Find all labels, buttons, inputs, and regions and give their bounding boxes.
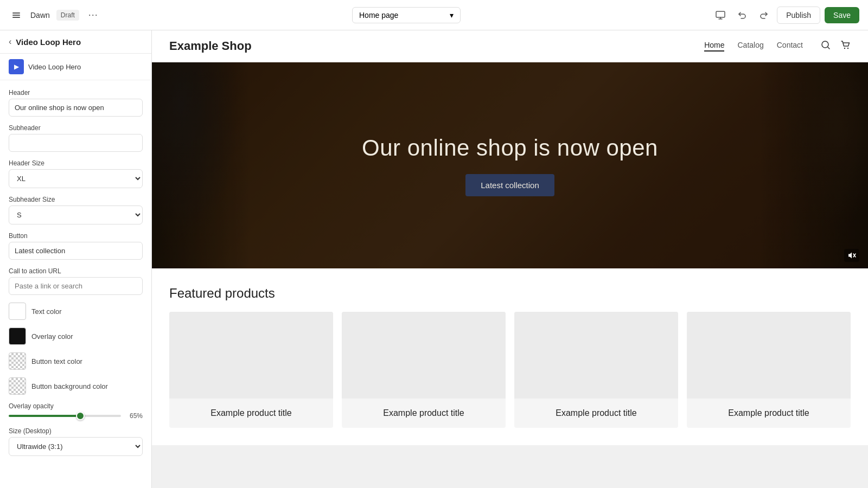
header-label: Header [9, 89, 143, 97]
subheader-size-label: Subheader Size [9, 196, 143, 203]
size-desktop-select[interactable]: Small (4:1)Medium (2:1)Ultrawide (3:1) [9, 437, 143, 456]
sidebar-fields: Header Subheader Header Size XSSMLXL Sub… [0, 80, 151, 465]
cart-icon[interactable] [840, 40, 851, 53]
subheader-field: Subheader [9, 124, 143, 152]
svg-point-5 [844, 47, 845, 48]
subheader-size-select[interactable]: XSSMLXL [9, 206, 143, 224]
nav-home[interactable]: Home [704, 41, 724, 52]
nav-icons [820, 40, 851, 53]
page-selector[interactable]: Home page ▾ [352, 7, 461, 23]
text-color-label: Text color [31, 307, 62, 316]
publish-button[interactable]: Publish [777, 7, 820, 24]
overlay-opacity-label: Overlay opacity [9, 402, 143, 410]
svg-rect-0 [12, 12, 20, 14]
hero-tree-left [152, 62, 250, 268]
section-item-video-loop[interactable]: ▶ Video Loop Hero [0, 54, 151, 80]
button-text-color-label: Button text color [31, 357, 82, 365]
header-size-select[interactable]: XSSMLXL [9, 169, 143, 188]
overlay-opacity-slider[interactable] [9, 415, 121, 417]
menu-icon[interactable] [9, 8, 24, 23]
button-text-color-row: Button text color [9, 352, 143, 370]
hero-content: Our online shop is now open Latest colle… [362, 135, 658, 196]
product-card[interactable]: Example product title [514, 312, 678, 428]
more-options-button[interactable]: ··· [86, 8, 101, 23]
subheader-input[interactable] [9, 134, 143, 152]
draft-badge: Draft [56, 10, 79, 21]
overlay-color-label: Overlay color [31, 332, 73, 341]
product-image [169, 312, 333, 399]
section-item-label: Video Loop Hero [28, 63, 81, 71]
product-card[interactable]: Example product title [687, 312, 851, 428]
product-image [342, 312, 506, 399]
header-input[interactable] [9, 99, 143, 117]
shop-nav: Example Shop Home Catalog Contact [152, 30, 868, 62]
topbar: Dawn Draft ··· Home page ▾ Publish Save [0, 0, 868, 30]
cta-label: Call to action URL [9, 267, 143, 275]
cta-input[interactable] [9, 277, 143, 295]
subheader-label: Subheader [9, 124, 143, 132]
overlay-color-swatch[interactable] [9, 328, 26, 345]
product-card[interactable]: Example product title [169, 312, 333, 428]
featured-section: Featured products Example product title … [152, 268, 868, 445]
hero-sound-button[interactable] [844, 249, 859, 262]
products-grid: Example product title Example product ti… [169, 312, 851, 428]
back-button[interactable]: ‹ [9, 37, 11, 47]
featured-title: Featured products [169, 286, 851, 301]
redo-button[interactable] [755, 7, 773, 24]
button-input[interactable] [9, 242, 143, 260]
nav-contact[interactable]: Contact [777, 41, 803, 52]
product-image [514, 312, 678, 399]
size-desktop-field: Size (Desktop) Small (4:1)Medium (2:1)Ul… [9, 427, 143, 456]
page-selector-label: Home page [359, 11, 398, 20]
sidebar: ‹ Video Loop Hero ▶ Video Loop Hero Head… [0, 30, 152, 488]
text-color-swatch[interactable] [9, 303, 26, 320]
product-title: Example product title [523, 407, 669, 419]
product-info: Example product title [514, 399, 678, 428]
sidebar-header: ‹ Video Loop Hero [0, 30, 151, 54]
product-card[interactable]: Example product title [342, 312, 506, 428]
topbar-left: Dawn Draft ··· [9, 8, 101, 23]
button-field: Button [9, 232, 143, 260]
desktop-view-button[interactable] [712, 7, 729, 24]
product-info: Example product title [342, 399, 506, 428]
size-desktop-label: Size (Desktop) [9, 427, 143, 435]
save-button[interactable]: Save [825, 7, 859, 23]
main-content: ‹ Video Loop Hero ▶ Video Loop Hero Head… [0, 30, 868, 488]
topbar-right: Publish Save [712, 7, 859, 24]
button-label: Button [9, 232, 143, 240]
product-info: Example product title [687, 399, 851, 428]
text-color-row: Text color [9, 303, 143, 320]
svg-rect-1 [12, 15, 20, 16]
product-image [687, 312, 851, 399]
product-title: Example product title [178, 407, 324, 419]
button-text-color-swatch[interactable] [9, 352, 26, 370]
svg-rect-3 [716, 11, 725, 17]
overlay-color-row: Overlay color [9, 328, 143, 345]
hero-section: Our online shop is now open Latest colle… [152, 62, 868, 268]
svg-point-4 [822, 41, 828, 48]
hero-cta-button[interactable]: Latest collection [465, 174, 554, 196]
button-bg-color-swatch[interactable] [9, 377, 26, 395]
cta-url-field: Call to action URL [9, 267, 143, 295]
undo-button[interactable] [733, 7, 751, 24]
product-info: Example product title [169, 399, 333, 428]
product-title: Example product title [695, 407, 842, 419]
header-size-label: Header Size [9, 159, 143, 167]
product-title: Example product title [350, 407, 497, 419]
hero-tree-right [760, 62, 868, 268]
svg-point-6 [847, 47, 848, 48]
hero-title: Our online shop is now open [362, 135, 658, 161]
header-size-field: Header Size XSSMLXL [9, 159, 143, 188]
subheader-size-field: Subheader Size XSSMLXL [9, 196, 143, 224]
svg-rect-2 [12, 17, 20, 18]
shop-name: Dawn [30, 11, 50, 20]
topbar-center: Home page ▾ [107, 7, 705, 23]
video-loop-icon: ▶ [9, 59, 24, 74]
button-bg-color-row: Button background color [9, 377, 143, 395]
search-icon[interactable] [820, 40, 831, 53]
overlay-opacity-value: 65% [125, 412, 143, 420]
overlay-opacity-field: Overlay opacity 65% [9, 402, 143, 420]
nav-catalog[interactable]: Catalog [737, 41, 763, 52]
preview-inner: Example Shop Home Catalog Contact [152, 30, 868, 445]
preview-area: Example Shop Home Catalog Contact [152, 30, 868, 488]
